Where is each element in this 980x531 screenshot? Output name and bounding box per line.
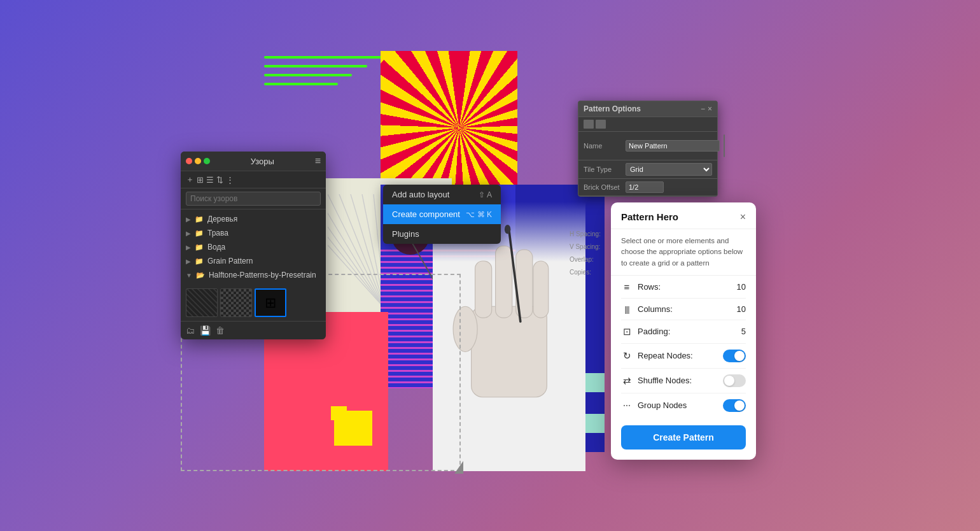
group-icon: ⋯ bbox=[621, 401, 633, 410]
green-line-2 bbox=[264, 65, 367, 67]
add-icon[interactable]: ＋ bbox=[186, 174, 194, 185]
panel-menu-icon[interactable]: ≡ bbox=[315, 155, 321, 167]
list-item-trees[interactable]: ▶ 📁 Деревья bbox=[181, 212, 326, 226]
item-label-halftone: Halftone-Patterns-by-Presetrain bbox=[209, 271, 316, 280]
menu-label-plugins: Plugins bbox=[392, 229, 419, 239]
save-icon[interactable]: 💾 bbox=[200, 325, 211, 336]
adobe-tool-1[interactable] bbox=[584, 120, 594, 129]
hero-row-padding: ⊡ Padding: 5 bbox=[621, 320, 746, 344]
maximize-button[interactable] bbox=[204, 158, 210, 164]
columns-value[interactable]: 10 bbox=[737, 304, 746, 314]
folder-icon-3: 📁 bbox=[195, 243, 204, 251]
padding-value[interactable]: 5 bbox=[741, 327, 746, 336]
panel-toolbar: ＋ ⊞ ☰ ⇅ ⋮ bbox=[181, 171, 326, 188]
svg-rect-24 bbox=[533, 261, 549, 318]
minimize-button[interactable] bbox=[195, 158, 201, 164]
context-menu: Add auto layout ⇧ A Create component ⌥ ⌘… bbox=[383, 185, 501, 244]
hero-row-repeat-left: ↻ Repeat Nodes: bbox=[621, 350, 693, 362]
checkerboard-icon: ⊞ bbox=[265, 295, 276, 311]
delete-icon[interactable]: 🗑 bbox=[216, 325, 225, 336]
green-line-1 bbox=[264, 56, 385, 59]
folder-open-icon: 📂 bbox=[196, 271, 205, 280]
green-line-4 bbox=[264, 83, 338, 85]
close-button[interactable] bbox=[186, 158, 192, 164]
adobe-name-row: Name bbox=[578, 132, 717, 160]
hero-close-button[interactable]: × bbox=[740, 212, 746, 222]
group-label: Group Nodes bbox=[638, 400, 687, 410]
list-item-halftone[interactable]: ▼ 📂 Halftone-Patterns-by-Presetrain bbox=[181, 268, 326, 282]
grid-icon[interactable]: ⊞ bbox=[197, 175, 204, 185]
hero-panel-header: Pattern Hero × bbox=[611, 202, 756, 229]
adobe-brick-offset-input[interactable] bbox=[626, 181, 664, 193]
columns-label: Columns: bbox=[638, 304, 673, 314]
menu-item-plugins[interactable]: Plugins bbox=[383, 224, 501, 244]
adobe-icons-row bbox=[578, 117, 717, 132]
menu-item-auto-layout[interactable]: Add auto layout ⇧ A bbox=[383, 185, 501, 204]
group-toggle-knob bbox=[734, 400, 745, 411]
menu-label-auto-layout: Add auto layout bbox=[392, 190, 449, 199]
sort-icon[interactable]: ⇅ bbox=[216, 175, 223, 185]
menu-item-create-component[interactable]: Create component ⌥ ⌘ K bbox=[383, 204, 501, 224]
adobe-tool-2[interactable] bbox=[596, 120, 606, 129]
filter-icon[interactable]: ⋮ bbox=[226, 175, 234, 185]
list-item-grain[interactable]: ▶ 📁 Grain Pattern bbox=[181, 254, 326, 268]
menu-label-create-component: Create component bbox=[392, 209, 460, 219]
folder-icon-2: 📁 bbox=[195, 229, 204, 237]
padding-label: Padding: bbox=[638, 327, 670, 336]
adobe-panel: Pattern Options − × Name Tile Type Grid … bbox=[578, 101, 718, 197]
folder-icon-4: 📁 bbox=[195, 257, 204, 266]
expand-icon-4: ▶ bbox=[186, 258, 191, 265]
pixel-2 bbox=[585, 373, 605, 392]
list-item-water[interactable]: ▶ 📁 Вода bbox=[181, 240, 326, 254]
adobe-collapse-icon[interactable]: − bbox=[701, 104, 705, 113]
rows-value[interactable]: 10 bbox=[737, 282, 746, 292]
panel-titlebar: Узоры ≡ bbox=[181, 152, 326, 171]
adobe-titlebar: Pattern Options − × bbox=[578, 101, 717, 117]
hero-row-repeat: ↻ Repeat Nodes: bbox=[621, 344, 746, 369]
shuffle-icon: ⇄ bbox=[621, 375, 633, 386]
expand-icon-2: ▶ bbox=[186, 230, 191, 237]
panel-search bbox=[181, 188, 326, 209]
thumbnail-1[interactable] bbox=[186, 288, 218, 317]
repeat-toggle-knob bbox=[734, 351, 745, 361]
thumbnail-3-active[interactable]: ⊞ bbox=[255, 288, 286, 317]
hero-row-padding-left: ⊡ Padding: bbox=[621, 326, 670, 337]
svg-rect-21 bbox=[475, 261, 492, 318]
panel-title: Узоры bbox=[251, 157, 274, 166]
hero-row-group: ⋯ Group Nodes bbox=[621, 393, 746, 418]
adobe-close-icon[interactable]: × bbox=[708, 104, 712, 113]
rows-icon: ≡ bbox=[621, 281, 633, 292]
adobe-tile-type-select[interactable]: Grid Brick by Row Brick by Column Hex by… bbox=[626, 163, 712, 176]
create-pattern-button[interactable]: Create Pattern bbox=[621, 425, 746, 450]
list-icon[interactable]: ☰ bbox=[206, 175, 214, 185]
hero-row-columns: ||| Columns: 10 bbox=[621, 299, 746, 320]
art-tile-swirl bbox=[381, 51, 517, 185]
hero-panel-footer: Create Pattern bbox=[611, 418, 756, 460]
svg-point-27 bbox=[505, 225, 511, 234]
repeat-toggle[interactable] bbox=[723, 350, 746, 362]
group-toggle[interactable] bbox=[723, 399, 746, 412]
thumbnail-2[interactable] bbox=[220, 288, 252, 317]
adobe-name-input[interactable] bbox=[626, 140, 720, 152]
adobe-tile-type-row: Tile Type Grid Brick by Row Brick by Col… bbox=[578, 160, 717, 179]
figma-panel: Узоры ≡ ＋ ⊞ ☰ ⇅ ⋮ ▶ 📁 Деревья ▶ 📁 Трава … bbox=[181, 152, 326, 339]
hero-panel-title: Pattern Hero bbox=[621, 211, 678, 222]
list-item-grass[interactable]: ▶ 📁 Трава bbox=[181, 226, 326, 240]
spacing-labels: H Spacing: V Spacing: Overlap: Copies: bbox=[570, 228, 601, 279]
search-input[interactable] bbox=[186, 192, 321, 206]
hero-row-group-left: ⋯ Group Nodes bbox=[621, 400, 687, 410]
folder-icon: 📁 bbox=[195, 215, 204, 223]
repeat-label: Repeat Nodes: bbox=[638, 351, 693, 360]
shuffle-toggle[interactable] bbox=[723, 374, 746, 387]
copies-label: Copies: bbox=[570, 266, 601, 279]
green-line-3 bbox=[264, 74, 352, 76]
svg-rect-20 bbox=[472, 306, 547, 397]
item-label-grain: Grain Pattern bbox=[207, 257, 253, 266]
hero-row-shuffle-left: ⇄ Shuffle Nodes: bbox=[621, 375, 692, 386]
new-folder-icon[interactable]: 🗂 bbox=[186, 325, 195, 336]
menu-shortcut-create-component: ⌥ ⌘ K bbox=[466, 210, 492, 219]
hero-row-rows: ≡ Rows: 10 bbox=[621, 276, 746, 299]
rows-label: Rows: bbox=[638, 282, 661, 292]
pixel-4 bbox=[585, 393, 605, 413]
columns-icon: ||| bbox=[621, 304, 633, 314]
